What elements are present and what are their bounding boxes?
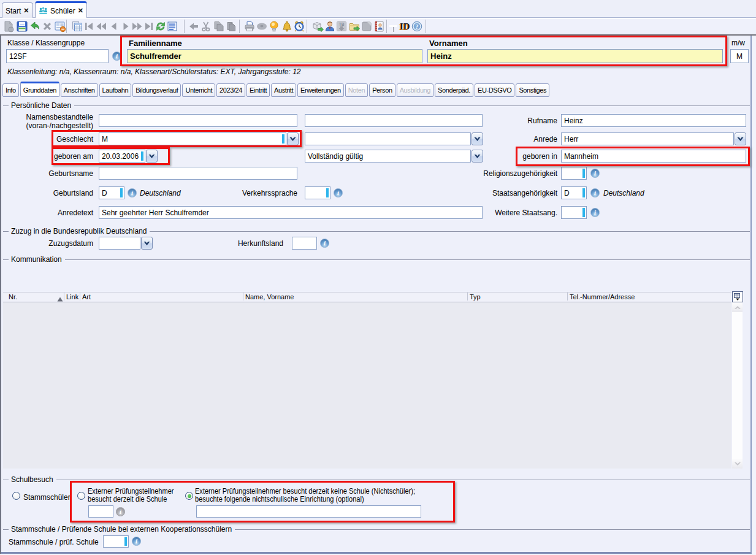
tab-eu-dsgvo[interactable]: EU-DSGVO bbox=[475, 83, 514, 97]
geschlecht-value[interactable]: M bbox=[99, 132, 286, 145]
geburtsname-input[interactable] bbox=[99, 167, 297, 180]
tab-anschriften[interactable]: Anschriften bbox=[61, 83, 98, 97]
mw-input[interactable]: M bbox=[730, 49, 749, 63]
hint-bulb-icon[interactable] bbox=[268, 20, 280, 33]
tab-austritt[interactable]: Austritt bbox=[271, 83, 296, 97]
tab-laufbahn[interactable]: Laufbahn bbox=[99, 83, 132, 97]
scroll-down-icon[interactable] bbox=[732, 459, 743, 469]
geboren-am-combo[interactable]: 20.03.2006 bbox=[99, 150, 158, 163]
chevron-down-icon[interactable] bbox=[141, 237, 153, 250]
col-header-typ[interactable]: Typ bbox=[470, 293, 481, 300]
familienname-input[interactable]: Schulfremder bbox=[127, 49, 422, 63]
klasse-value-text: 12SF bbox=[9, 52, 27, 61]
tab-eintritt[interactable]: Eintritt bbox=[246, 83, 270, 97]
window-tab-start[interactable]: Start bbox=[2, 2, 33, 18]
zuzugsdatum-combo[interactable] bbox=[99, 237, 153, 250]
chevron-down-icon[interactable] bbox=[735, 132, 746, 145]
col-header-art[interactable]: Art bbox=[82, 293, 91, 300]
tab-person[interactable]: Person bbox=[369, 83, 395, 97]
tab-info[interactable]: Info bbox=[2, 83, 19, 97]
window-tab-schueler[interactable]: Schüler bbox=[35, 1, 87, 18]
geburtsland-info-icon[interactable] bbox=[128, 188, 137, 197]
group-line bbox=[150, 231, 750, 232]
staatsangehoerigkeit-info-icon[interactable] bbox=[590, 188, 600, 197]
herkunftsland-info-icon[interactable] bbox=[320, 239, 329, 248]
staatsangehoerigkeit-input[interactable]: D bbox=[561, 186, 587, 199]
chevron-down-icon[interactable] bbox=[146, 150, 158, 163]
print-icon[interactable] bbox=[243, 20, 256, 33]
stammschule-input[interactable] bbox=[103, 535, 129, 548]
stammschueler-radio[interactable] bbox=[12, 492, 20, 500]
stammschule-info-icon[interactable] bbox=[132, 537, 141, 546]
reminder-clock-icon[interactable] bbox=[293, 20, 305, 33]
column-divider[interactable] bbox=[467, 293, 468, 300]
folder-export-icon[interactable] bbox=[348, 20, 361, 33]
tab-grunddaten[interactable]: Grunddaten bbox=[20, 82, 59, 97]
export-module-icon[interactable] bbox=[311, 20, 324, 33]
herkunftsland-input[interactable] bbox=[292, 237, 317, 250]
tab-unterricht[interactable]: Unterricht bbox=[182, 83, 215, 97]
zuzugsdatum-value[interactable] bbox=[99, 237, 140, 250]
kommunikation-table-body[interactable] bbox=[3, 302, 731, 469]
close-icon[interactable] bbox=[78, 7, 83, 14]
extern-keine-schule-radio[interactable] bbox=[185, 492, 193, 500]
col-header-tel-adresse[interactable]: Tel.-Nummer/Adresse bbox=[570, 293, 635, 300]
student-person-icon[interactable] bbox=[324, 20, 336, 33]
tab-sonderpaed[interactable]: Sonderpäd. bbox=[435, 83, 473, 97]
vornamen-input[interactable]: Heinz bbox=[427, 49, 723, 63]
remove-form-icon[interactable] bbox=[54, 20, 66, 33]
geburtsland-input[interactable]: D bbox=[99, 186, 124, 199]
col-header-name-vorname[interactable]: Name, Vorname bbox=[245, 293, 294, 300]
col-header-link[interactable]: Link bbox=[66, 293, 78, 300]
extern-besucht-schule-radio[interactable] bbox=[77, 492, 85, 500]
column-divider[interactable] bbox=[243, 293, 243, 300]
delete-record-icon[interactable] bbox=[41, 20, 53, 33]
klasse-info-icon[interactable] bbox=[112, 52, 121, 61]
anredetext-input[interactable]: Sehr geehrter Herr Schulfremder bbox=[99, 206, 483, 219]
vertical-scrollbar[interactable] bbox=[732, 302, 743, 469]
help-icon[interactable]: ? bbox=[411, 21, 424, 33]
tab-noten[interactable]: Noten bbox=[345, 83, 368, 97]
anrede-combo[interactable]: Herr bbox=[561, 132, 746, 145]
column-divider[interactable] bbox=[567, 293, 568, 300]
tab-bildungsverlauf[interactable]: Bildungsverlauf bbox=[132, 83, 181, 97]
klasse-input[interactable]: 12SF bbox=[6, 49, 109, 63]
copy-table-icon[interactable] bbox=[71, 20, 83, 33]
refresh-icon[interactable] bbox=[155, 20, 167, 33]
namensbestandteile-voran-input[interactable] bbox=[99, 114, 297, 127]
weitere-staatsang-info-icon[interactable] bbox=[590, 208, 600, 217]
verkehrssprache-info-icon[interactable] bbox=[334, 188, 343, 197]
last-record-icon bbox=[143, 20, 155, 33]
chevron-down-icon[interactable] bbox=[287, 132, 299, 145]
close-icon[interactable] bbox=[23, 7, 29, 14]
column-divider[interactable] bbox=[80, 293, 80, 300]
col-header-nr[interactable]: Nr. bbox=[9, 293, 17, 300]
extern-schule-input[interactable] bbox=[88, 505, 113, 518]
undo-icon[interactable] bbox=[29, 20, 41, 33]
tab-erweiterungen[interactable]: Erweiterungen bbox=[297, 83, 344, 97]
vornamen-value-text: Heinz bbox=[430, 52, 452, 61]
nichtschulische-einrichtung-input[interactable] bbox=[196, 505, 421, 518]
scroll-up-icon[interactable] bbox=[732, 302, 743, 312]
geboren-am-value[interactable]: 20.03.2006 bbox=[99, 150, 145, 163]
geschlecht-combo[interactable]: M bbox=[99, 132, 299, 145]
svg-text:TB: TB bbox=[339, 22, 345, 26]
list-view-icon[interactable] bbox=[166, 20, 178, 33]
address-book-icon[interactable] bbox=[373, 20, 385, 33]
religionszugehoerigkeit-info-icon[interactable] bbox=[590, 169, 600, 178]
anrede-value[interactable]: Herr bbox=[561, 132, 734, 145]
column-chooser-button[interactable] bbox=[732, 291, 743, 302]
notification-bell-icon[interactable] bbox=[281, 20, 293, 33]
toolbar-separator bbox=[184, 20, 185, 33]
religionszugehoerigkeit-input[interactable] bbox=[561, 167, 587, 180]
column-divider[interactable] bbox=[64, 293, 64, 300]
weitere-staatsang-input[interactable] bbox=[561, 206, 587, 219]
tab-2023-24[interactable]: 2023/24 bbox=[216, 83, 245, 97]
students-people-icon bbox=[39, 7, 48, 15]
save-icon[interactable] bbox=[16, 20, 28, 33]
verkehrssprache-input[interactable] bbox=[305, 186, 330, 199]
rufname-input[interactable]: Heinz bbox=[561, 114, 746, 127]
tab-ausbildung[interactable]: Ausbildung bbox=[397, 83, 433, 97]
tab-sonstiges[interactable]: Sonstiges bbox=[516, 83, 549, 97]
geboren-in-input[interactable]: Mannheim bbox=[561, 150, 746, 163]
